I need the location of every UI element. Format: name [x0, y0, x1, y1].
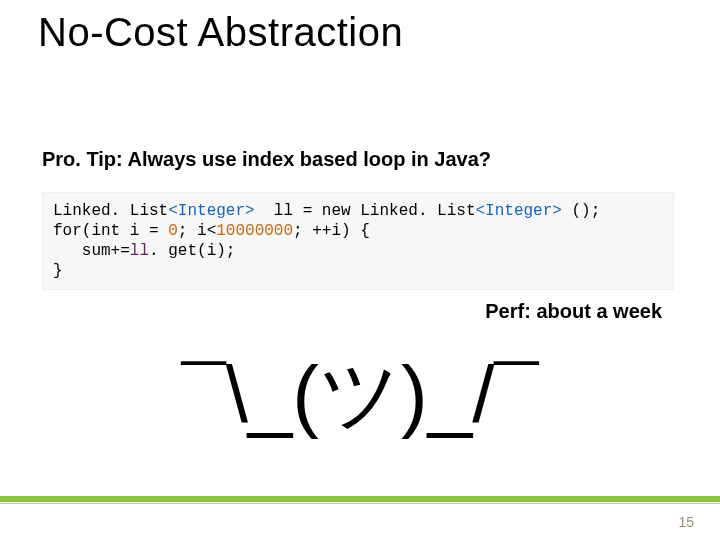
code-block: Linked. List<Integer> ll = new Linked. L… [42, 192, 674, 290]
code-token: 10000000 [216, 222, 293, 240]
shrug-emoticon: ¯\_(ツ)_/¯ [0, 342, 720, 450]
accent-underline [0, 503, 720, 504]
code-token: <Integer> [168, 202, 254, 220]
slide: No-Cost Abstraction Pro. Tip: Always use… [0, 0, 720, 540]
code-token: ; i< [178, 222, 216, 240]
code-token: ll = new [255, 202, 361, 220]
code-token: for(int i = [53, 222, 168, 240]
code-token: ll [130, 242, 149, 260]
code-token: <Integer> [475, 202, 561, 220]
code-token: sum+= [53, 242, 130, 260]
accent-bar [0, 496, 720, 502]
code-token: ; ++i) { [293, 222, 370, 240]
code-token: . get(i); [149, 242, 235, 260]
code-token: (); [562, 202, 600, 220]
perf-note: Perf: about a week [485, 300, 662, 323]
code-token: } [53, 262, 63, 280]
page-title: No-Cost Abstraction [38, 10, 403, 55]
code-token: Linked. List [360, 202, 475, 220]
code-token: Linked. List [53, 202, 168, 220]
page-number: 15 [678, 514, 694, 530]
code-token: 0 [168, 222, 178, 240]
subtitle: Pro. Tip: Always use index based loop in… [42, 148, 491, 171]
